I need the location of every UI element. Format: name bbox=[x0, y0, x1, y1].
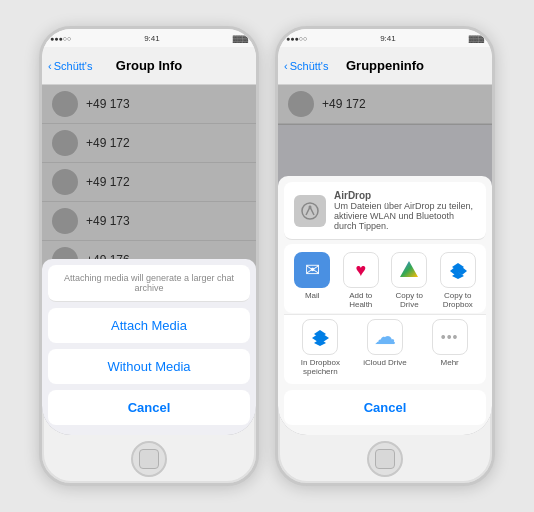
left-status-bar: ●●●○○ 9:41 ▓▓▓ bbox=[42, 29, 256, 47]
drive-app-item[interactable]: Copy to Drive bbox=[387, 252, 431, 309]
airdrop-desc: Um Dateien über AirDrop zu teilen, aktiv… bbox=[334, 201, 476, 231]
icloud-icon: ☁ bbox=[367, 319, 403, 355]
health-app-item[interactable]: ♥ Add to Health bbox=[339, 252, 383, 309]
left-home-button[interactable] bbox=[131, 441, 167, 477]
right-battery: ▓▓▓ bbox=[469, 35, 484, 42]
share-sheet: AirDrop Um Dateien über AirDrop zu teile… bbox=[278, 176, 492, 435]
right-content: +49 172 bbox=[278, 85, 492, 435]
dropbox-label: Copy to Dropbox bbox=[436, 291, 480, 309]
left-nav-title: Group Info bbox=[116, 58, 182, 73]
right-back-button[interactable]: ‹ Schütt's bbox=[284, 60, 328, 72]
modal-message: Attaching media will generate a larger c… bbox=[48, 265, 250, 302]
svg-point-1 bbox=[309, 205, 312, 208]
left-signal: ●●●○○ bbox=[50, 35, 71, 42]
right-back-label: Schütt's bbox=[290, 60, 329, 72]
svg-marker-3 bbox=[400, 261, 418, 277]
drive-label: Copy to Drive bbox=[387, 291, 431, 309]
left-content: +49 173 +49 172 +49 172 +49 173 bbox=[42, 85, 256, 435]
right-phone: ●●●○○ 9:41 ▓▓▓ ‹ Schütt's Gruppeninfo +4… bbox=[275, 26, 495, 486]
left-phone: ●●●○○ 9:41 ▓▓▓ ‹ Schütt's Group Info +49… bbox=[39, 26, 259, 486]
right-nav-title: Gruppeninfo bbox=[346, 58, 424, 73]
right-signal: ●●●○○ bbox=[286, 35, 307, 42]
dropbox-icon bbox=[440, 252, 476, 288]
modal-sheet: Attaching media will generate a larger c… bbox=[42, 259, 256, 435]
without-media-button[interactable]: Without Media bbox=[48, 349, 250, 384]
airdrop-text: AirDrop Um Dateien über AirDrop zu teile… bbox=[334, 190, 476, 231]
phones-container: ●●●○○ 9:41 ▓▓▓ ‹ Schütt's Group Info +49… bbox=[29, 16, 505, 496]
attach-media-button[interactable]: Attach Media bbox=[48, 308, 250, 343]
left-battery: ▓▓▓ bbox=[233, 35, 248, 42]
home-button-inner bbox=[139, 449, 159, 469]
health-label: Add to Health bbox=[339, 291, 383, 309]
mehr-app-item[interactable]: ••• Mehr bbox=[428, 319, 472, 376]
right-home-button[interactable] bbox=[367, 441, 403, 477]
mail-icon: ✉ bbox=[294, 252, 330, 288]
mail-app-item[interactable]: ✉ Mail bbox=[290, 252, 334, 309]
airdrop-icon bbox=[294, 195, 326, 227]
drive-icon bbox=[391, 252, 427, 288]
app-icons-row1: ✉ Mail ♥ Add to Health bbox=[284, 244, 486, 313]
left-back-button[interactable]: ‹ Schütt's bbox=[48, 60, 92, 72]
chevron-left-icon: ‹ bbox=[48, 60, 52, 72]
share-sheet-overlay: AirDrop Um Dateien über AirDrop zu teile… bbox=[278, 85, 492, 435]
mehr-label: Mehr bbox=[441, 358, 459, 367]
airdrop-row: AirDrop Um Dateien über AirDrop zu teile… bbox=[284, 182, 486, 240]
home-button-inner bbox=[375, 449, 395, 469]
left-back-label: Schütt's bbox=[54, 60, 93, 72]
modal-overlay: Attaching media will generate a larger c… bbox=[42, 85, 256, 435]
right-time: 9:41 bbox=[380, 34, 396, 43]
right-cancel-button[interactable]: Cancel bbox=[284, 390, 486, 425]
icloud-label: iCloud Drive bbox=[363, 358, 407, 367]
mail-label: Mail bbox=[305, 291, 320, 300]
airdrop-title: AirDrop bbox=[334, 190, 476, 201]
dropbox2-app-item[interactable]: In Dropbox speichern bbox=[298, 319, 342, 376]
dropbox2-label: In Dropbox speichern bbox=[298, 358, 342, 376]
chevron-left-icon: ‹ bbox=[284, 60, 288, 72]
right-nav-bar: ‹ Schütt's Gruppeninfo bbox=[278, 47, 492, 85]
mehr-icon: ••• bbox=[432, 319, 468, 355]
app-icons-row2: In Dropbox speichern ☁ iCloud Drive ••• … bbox=[284, 314, 486, 384]
dropbox-app-item[interactable]: Copy to Dropbox bbox=[436, 252, 480, 309]
dropbox2-icon bbox=[302, 319, 338, 355]
left-time: 9:41 bbox=[144, 34, 160, 43]
left-cancel-button[interactable]: Cancel bbox=[48, 390, 250, 425]
icloud-app-item[interactable]: ☁ iCloud Drive bbox=[363, 319, 407, 376]
right-status-bar: ●●●○○ 9:41 ▓▓▓ bbox=[278, 29, 492, 47]
health-icon: ♥ bbox=[343, 252, 379, 288]
left-nav-bar: ‹ Schütt's Group Info bbox=[42, 47, 256, 85]
